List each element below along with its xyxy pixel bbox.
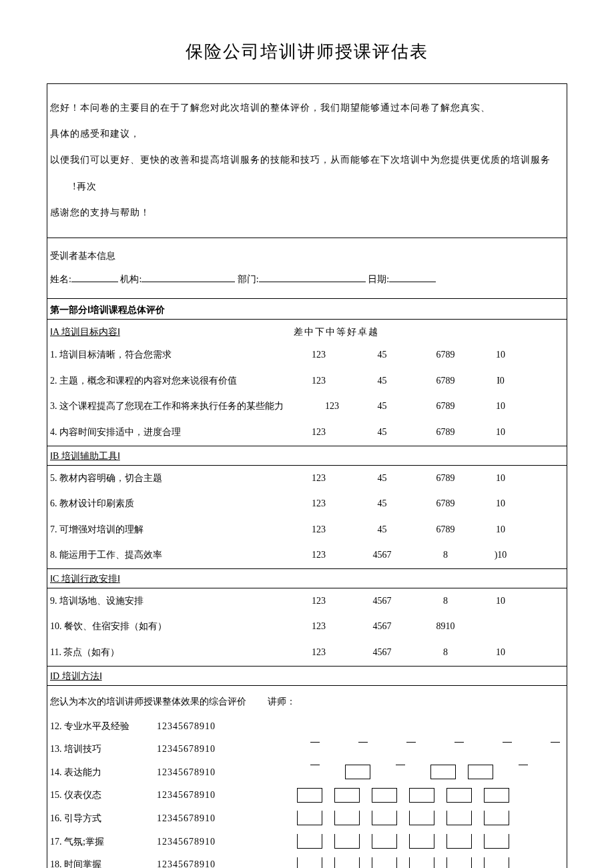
grid-cell[interactable] [409, 788, 434, 803]
grid-cell[interactable] [484, 788, 509, 803]
rating-cell[interactable]: 4567 [350, 618, 414, 636]
rating-cell[interactable]: 123 [287, 592, 350, 610]
rating-cell[interactable]: 123 [287, 644, 350, 662]
rating-cell[interactable]: 45 [350, 470, 414, 488]
grid-cell[interactable] [297, 788, 322, 803]
grid-cell[interactable] [446, 811, 472, 825]
rating-cell[interactable]: 45 [350, 372, 414, 390]
rating-cell[interactable]: 6789 [414, 521, 477, 539]
method-scale[interactable]: 12345678910 [157, 856, 250, 868]
rating-cell[interactable]: 10 [477, 470, 524, 488]
rating-cell[interactable]: 4567 [350, 546, 414, 564]
rating-row: 9. 培训场地、设施安排1234567810 [47, 588, 567, 614]
rating-cell[interactable]: 123 [314, 398, 350, 416]
rating-cell[interactable]: 123 [287, 470, 350, 488]
grid-cell[interactable] [430, 765, 456, 779]
rating-cell[interactable]: 123 [287, 372, 350, 390]
grid-cell[interactable] [484, 834, 509, 849]
grid-cell[interactable] [372, 834, 397, 849]
grid-cell[interactable] [345, 765, 370, 779]
grid-cell[interactable] [409, 811, 434, 825]
tick-mark [396, 765, 405, 765]
intro-line2b: !再次 [73, 181, 97, 191]
method-row: 16. 引导方式12345678910 [47, 807, 567, 831]
rating-cell[interactable]: 10 [477, 346, 524, 364]
rating-cell[interactable]: 45 [350, 495, 414, 513]
grid-cell[interactable] [372, 857, 397, 868]
rating-cell[interactable]: 123 [287, 546, 350, 564]
intro-line1b: 具体的感受和建议， [50, 129, 140, 139]
method-scale[interactable]: 12345678910 [157, 833, 250, 851]
method-scale[interactable]: 12345678910 [157, 810, 250, 828]
rating-cell[interactable]: 123 [287, 495, 350, 513]
rating-cell[interactable]: 123 [287, 618, 350, 636]
grid-cell[interactable] [446, 834, 472, 849]
rating-label: 6. 教材设计印刷素质 [50, 495, 287, 513]
rating-cell[interactable]: 10 [477, 495, 524, 513]
rating-cell[interactable]: 45 [350, 398, 414, 416]
method-label: 15. 仪表仪态 [50, 787, 157, 805]
grid-cell[interactable] [334, 834, 360, 849]
rating-cell[interactable]: 8910 [414, 618, 477, 636]
rating-cell[interactable]: 8 [414, 644, 477, 662]
grid-cell[interactable] [334, 857, 360, 868]
rating-cell[interactable]: 6789 [414, 495, 477, 513]
method-row: 12. 专业水平及经验12345678910 [47, 715, 567, 739]
rating-cell[interactable]: 10 [477, 398, 524, 416]
rating-cell[interactable]: 6789 [414, 346, 477, 364]
rating-cell[interactable]: I0 [477, 372, 524, 390]
grid-cell[interactable] [484, 811, 509, 825]
grid-cell[interactable] [372, 811, 397, 825]
rating-row: 1. 培训目标清晰，符合您需求12345678910 [47, 342, 567, 368]
label-name: 姓名: [50, 274, 71, 284]
grid-cell[interactable] [409, 834, 434, 849]
input-name[interactable] [71, 282, 118, 282]
rating-cell[interactable]: 45 [350, 521, 414, 539]
grid-cell[interactable] [446, 788, 472, 803]
method-row: 17. 气氛;掌握12345678910 [47, 831, 567, 854]
grid-cell[interactable] [446, 857, 472, 868]
grid-cell[interactable] [334, 788, 360, 803]
method-scale[interactable]: 12345678910 [157, 718, 250, 736]
rating-cell[interactable]: 10 [477, 644, 524, 662]
rating-cell[interactable]: 123 [287, 424, 350, 442]
rating-cell[interactable]: 45 [350, 346, 414, 364]
rating-row: 2. 主题，概念和课程的内容对您来说很有价值123456789I0 [47, 368, 567, 394]
grid-cell[interactable] [468, 765, 493, 779]
rating-cell[interactable]: 8 [414, 546, 477, 564]
rating-cell[interactable] [477, 618, 524, 636]
grid-cell[interactable] [484, 857, 509, 868]
rating-row: 5. 教材内容明确，切合主题12345678910 [47, 466, 567, 492]
rating-cell[interactable]: 6789 [414, 470, 477, 488]
part1-header: 第一部分Ⅰ培训课程总体评价 [47, 299, 567, 320]
rating-cell[interactable]: 6789 [414, 424, 477, 442]
rating-cell[interactable]: 6789 [414, 398, 477, 416]
rating-cell[interactable]: 10 [477, 592, 524, 610]
rating-cell[interactable]: 8 [414, 592, 477, 610]
method-scale[interactable]: 12345678910 [157, 764, 250, 782]
input-date[interactable] [389, 282, 436, 282]
rating-cell[interactable]: 123 [287, 521, 350, 539]
rating-cell[interactable]: 6789 [414, 372, 477, 390]
rating-cell[interactable]: )10 [477, 546, 524, 564]
grid-cell[interactable] [334, 811, 360, 825]
method-scale[interactable]: 12345678910 [157, 741, 250, 759]
grid-area [250, 834, 564, 850]
grid-cell[interactable] [297, 811, 322, 825]
rating-label: 2. 主题，概念和课程的内容对您来说很有价值 [50, 372, 287, 390]
grid-cell[interactable] [372, 788, 397, 803]
rating-cell[interactable]: 10 [477, 424, 524, 442]
rating-cell[interactable]: 45 [350, 424, 414, 442]
input-dept[interactable] [259, 282, 366, 282]
rating-cell[interactable]: 10 [477, 521, 524, 539]
input-org[interactable] [141, 282, 235, 282]
rating-cell[interactable]: 123 [287, 346, 350, 364]
section-d-intro-row: 您认为本次的培训讲师授课整体效果的综合评价 讲师： [47, 686, 567, 715]
method-row: 15. 仪表仪态12345678910 [47, 784, 567, 807]
grid-cell[interactable] [409, 857, 434, 868]
grid-cell[interactable] [297, 834, 322, 849]
rating-cell[interactable]: 4567 [350, 592, 414, 610]
rating-cell[interactable]: 4567 [350, 644, 414, 662]
grid-cell[interactable] [297, 857, 322, 868]
method-scale[interactable]: 12345678910 [157, 787, 250, 805]
